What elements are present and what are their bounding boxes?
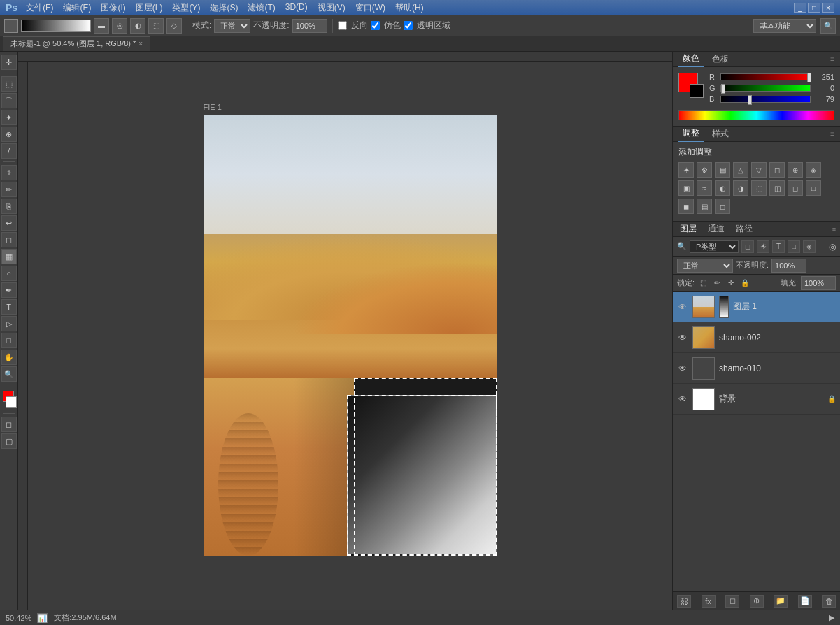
layer-eye-layer1[interactable]: 👁 xyxy=(677,301,688,312)
mode-select[interactable]: 正常 xyxy=(214,19,250,33)
gradient-preview[interactable] xyxy=(21,20,91,32)
filter-type-icon[interactable]: T xyxy=(772,240,785,253)
gradient-type-linear[interactable]: ▬ xyxy=(94,18,109,34)
history-brush-tool[interactable]: ↩ xyxy=(1,215,17,231)
menu-file[interactable]: 文件(F) xyxy=(22,1,57,15)
tab-close-button[interactable]: × xyxy=(138,40,143,48)
type-tool[interactable]: T xyxy=(1,299,17,315)
lock-transparent-icon[interactable]: ⬚ xyxy=(697,278,709,289)
fill-value-input[interactable] xyxy=(801,276,836,290)
adj-curves-icon[interactable]: ⚙ xyxy=(697,162,712,178)
layer-group-button[interactable]: 📁 xyxy=(774,595,788,608)
color-panel-menu[interactable]: ≡ xyxy=(830,55,834,63)
brush-tool[interactable]: ✏ xyxy=(1,182,17,197)
adjustments-tab[interactable]: 调整 xyxy=(678,126,704,142)
layer-item-shamo010[interactable]: 👁 shamo-010 xyxy=(673,353,840,384)
channel-g-slider[interactable] xyxy=(720,85,811,92)
shape-tool[interactable]: □ xyxy=(1,333,17,348)
channels-tab[interactable]: 通道 xyxy=(705,222,727,236)
opacity-blend-input[interactable] xyxy=(771,259,806,273)
layer-adjustment-button[interactable]: ⊕ xyxy=(750,595,764,608)
eraser-tool[interactable]: ◻ xyxy=(1,232,17,247)
blend-mode-select[interactable]: 正常 xyxy=(677,259,733,273)
layer-eye-background[interactable]: 👁 xyxy=(677,394,688,405)
lock-pixels-icon[interactable]: ✏ xyxy=(711,278,722,289)
quick-select-tool[interactable]: ✦ xyxy=(1,110,17,125)
eyedropper-tool[interactable]: / xyxy=(1,143,17,159)
adj-channelmixer-icon[interactable]: ≈ xyxy=(697,180,712,196)
maximize-button[interactable]: □ xyxy=(808,3,820,13)
menu-type[interactable]: 类型(Y) xyxy=(168,1,204,15)
adj-colorlookup-icon[interactable]: ◐ xyxy=(715,180,730,196)
adj-gradientmap-icon[interactable]: □ xyxy=(806,180,821,196)
pen-tool[interactable]: ✒ xyxy=(1,282,17,298)
adj-posterize-icon[interactable]: ⬚ xyxy=(751,180,767,196)
adj-pattern-icon[interactable]: ◻ xyxy=(715,199,730,214)
close-button[interactable]: × xyxy=(822,3,834,13)
workspace-select[interactable]: 基本功能 xyxy=(753,19,816,33)
layer-item-layer1[interactable]: 👁 图层 1 xyxy=(673,292,840,322)
layer-fx-button[interactable]: fx xyxy=(702,595,716,608)
gradient-tool[interactable]: ▦ xyxy=(1,249,17,264)
adj-bw-icon[interactable]: ◈ xyxy=(806,162,821,178)
adj-panel-menu[interactable]: ≡ xyxy=(830,130,834,138)
adj-brightness-icon[interactable]: ☀ xyxy=(678,162,694,178)
background-color[interactable] xyxy=(6,396,17,408)
swatches-tab[interactable]: 色板 xyxy=(708,52,733,66)
clone-tool[interactable]: ⎘ xyxy=(1,199,17,214)
color-spectrum-bar[interactable] xyxy=(678,110,834,120)
gradient-type-reflected[interactable]: ⬚ xyxy=(148,18,164,34)
gradient-type-radial[interactable]: ◎ xyxy=(112,18,127,34)
menu-window[interactable]: 窗口(W) xyxy=(351,1,390,15)
lasso-tool[interactable]: ⌒ xyxy=(1,93,17,108)
crop-tool[interactable]: ⊕ xyxy=(1,127,17,142)
adj-gradient-icon[interactable]: ▤ xyxy=(697,199,712,214)
dither-checkbox[interactable] xyxy=(371,21,380,30)
transparency-checkbox[interactable] xyxy=(404,21,413,30)
adj-threshold-icon[interactable]: ◫ xyxy=(769,180,785,196)
paths-tab[interactable]: 路径 xyxy=(733,222,755,236)
gradient-type-diamond[interactable]: ◇ xyxy=(166,18,182,34)
background-color-swatch[interactable] xyxy=(690,84,704,98)
lock-all-icon[interactable]: 🔒 xyxy=(739,278,750,289)
layers-tab[interactable]: 图层 xyxy=(677,222,699,236)
workspace-search-icon[interactable]: 🔍 xyxy=(820,18,836,34)
filter-shape-icon[interactable]: □ xyxy=(788,240,800,253)
layer-eye-shamo002[interactable]: 👁 xyxy=(677,332,688,343)
hand-tool[interactable]: ✋ xyxy=(1,350,17,365)
filter-toggle[interactable]: ◎ xyxy=(829,242,836,252)
channel-b-slider[interactable] xyxy=(720,96,811,103)
layer-new-button[interactable]: 📄 xyxy=(798,595,812,608)
dodge-tool[interactable]: ○ xyxy=(1,266,17,281)
layer-eye-shamo010[interactable]: 👁 xyxy=(677,363,688,374)
path-select-tool[interactable]: ▷ xyxy=(1,316,17,331)
scroll-right-arrow[interactable]: ▶ xyxy=(829,613,834,622)
layer-mask-button[interactable]: ◻ xyxy=(725,595,739,608)
adj-levels-icon[interactable]: ▤ xyxy=(715,162,730,178)
status-info-icon[interactable]: 📊 xyxy=(37,613,48,623)
channel-r-slider[interactable] xyxy=(720,73,811,80)
filter-pixel-icon[interactable]: ◻ xyxy=(741,240,754,253)
filter-smartobject-icon[interactable]: ◈ xyxy=(803,240,816,253)
screen-mode-tool[interactable]: ▢ xyxy=(1,433,17,449)
menu-layer[interactable]: 图层(L) xyxy=(131,1,167,15)
menu-filter[interactable]: 滤镜(T) xyxy=(243,1,279,15)
document-tab[interactable]: 未标题-1 @ 50.4% (图层 1, RGB/8) * × xyxy=(3,36,150,51)
menu-help[interactable]: 帮助(H) xyxy=(391,1,428,15)
layer-item-shamo002[interactable]: 👁 shamo-002 xyxy=(673,322,840,353)
menu-image[interactable]: 图像(I) xyxy=(97,1,129,15)
filter-adjustment-icon[interactable]: ☀ xyxy=(757,240,769,253)
adj-hsl-icon[interactable]: ◻ xyxy=(769,162,785,178)
quick-mask-tool[interactable]: ◻ xyxy=(1,417,17,432)
menu-edit[interactable]: 编辑(E) xyxy=(59,1,95,15)
layer-link-button[interactable]: ⛓ xyxy=(677,595,691,608)
move-tool[interactable]: ✛ xyxy=(1,55,17,70)
lock-position-icon[interactable]: ✛ xyxy=(725,278,736,289)
adj-vibrance-icon[interactable]: ▽ xyxy=(751,162,767,178)
minimize-button[interactable]: _ xyxy=(794,3,806,13)
gradient-swatch[interactable] xyxy=(4,19,18,33)
layer-type-filter[interactable]: P类型 xyxy=(690,240,739,253)
marquee-tool[interactable]: ⬚ xyxy=(1,76,17,92)
layer-delete-button[interactable]: 🗑 xyxy=(822,595,836,608)
zoom-tool[interactable]: 🔍 xyxy=(1,366,17,382)
